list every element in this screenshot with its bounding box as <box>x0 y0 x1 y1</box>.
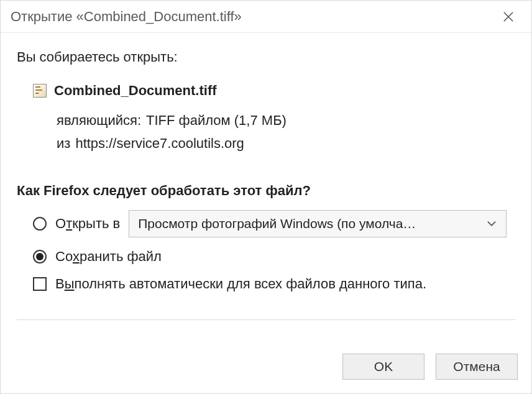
open-with-select[interactable]: Просмотр фотографий Windows (по умолча… <box>129 210 507 237</box>
file-from-value: https://service7.coolutils.org <box>75 132 244 155</box>
remember-checkbox[interactable] <box>33 277 47 291</box>
cancel-button[interactable]: Отмена <box>436 354 518 380</box>
open-with-radio[interactable] <box>33 217 47 231</box>
open-with-selected: Просмотр фотографий Windows (по умолча… <box>138 216 480 231</box>
save-file-row: Сохранить файл <box>33 249 515 265</box>
window-title: Открытие «Combined_Document.tiff» <box>11 9 494 25</box>
open-with-row: Открыть в Просмотр фотографий Windows (п… <box>33 210 515 237</box>
file-type-label: являющийся: <box>57 109 141 132</box>
close-button[interactable] <box>494 2 523 31</box>
footer-divider <box>17 319 515 320</box>
file-name: Combined_Document.tiff <box>54 83 217 99</box>
intro-text: Вы собираетесь открыть: <box>17 49 515 65</box>
file-type-row: являющийся: TIFF файлом (1,7 МБ) <box>57 109 515 132</box>
ok-button[interactable]: OK <box>342 354 424 380</box>
file-row: Combined_Document.tiff <box>33 83 515 99</box>
file-meta: являющийся: TIFF файлом (1,7 МБ) из http… <box>57 109 515 155</box>
chevron-down-icon <box>486 218 497 229</box>
save-file-radio[interactable] <box>33 250 47 263</box>
file-from-label: из <box>57 132 70 155</box>
titlebar: Открытие «Combined_Document.tiff» <box>1 1 531 33</box>
remember-row: Выполнять автоматически для всех файлов … <box>33 276 515 292</box>
close-icon <box>503 11 514 22</box>
question-text: Как Firefox следует обработать этот файл… <box>17 183 515 199</box>
download-dialog: Открытие «Combined_Document.tiff» Вы соб… <box>0 0 532 394</box>
file-icon <box>33 84 47 98</box>
remember-label[interactable]: Выполнять автоматически для всех файлов … <box>55 276 426 292</box>
save-file-label[interactable]: Сохранить файл <box>55 249 162 265</box>
open-with-label[interactable]: Открыть в <box>55 216 120 232</box>
file-from-row: из https://service7.coolutils.org <box>57 132 515 155</box>
dialog-content: Вы собираетесь открыть: Combined_Documen… <box>1 33 531 342</box>
dialog-footer: OK Отмена <box>1 342 531 393</box>
file-type-value: TIFF файлом (1,7 МБ) <box>146 109 287 132</box>
